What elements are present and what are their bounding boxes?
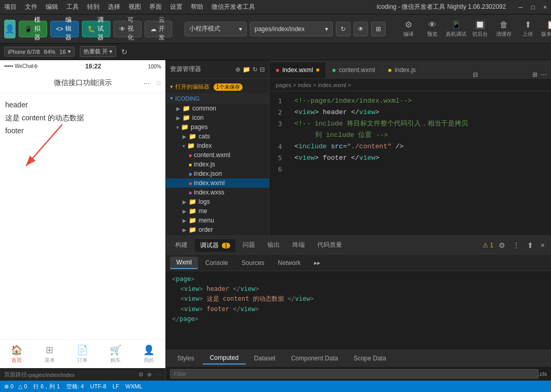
hotreload-chevron-icon: ▾ — [109, 48, 112, 54]
file-index-json[interactable]: ■ index.json — [166, 169, 269, 178]
avatar[interactable]: 👤 — [4, 20, 16, 38]
version-management-button[interactable]: 📋 版本管理 — [541, 19, 551, 39]
folder-pages[interactable]: ▾ 📁 pages — [166, 122, 269, 132]
refresh-button[interactable]: ↻ — [336, 22, 350, 36]
eye-button[interactable]: 👁 — [354, 22, 368, 36]
dataset-tab-label: Dataset — [254, 355, 275, 362]
phone-nav-menu[interactable]: ⊞ 菜单 — [33, 340, 66, 368]
folder-menu[interactable]: ▶ 📁 menu — [166, 216, 269, 225]
network-sub-tab[interactable]: Network — [272, 257, 307, 269]
menu-item-help[interactable]: 帮助 — [191, 3, 203, 11]
menu-item-edit[interactable]: 编辑 — [46, 3, 58, 11]
debugger-tab-issues[interactable]: 问题 — [237, 239, 260, 251]
visualize-tab[interactable]: 👁 可视化 — [114, 21, 141, 37]
folder-order[interactable]: ▶ 📁 order — [166, 225, 269, 234]
folder-icon-tree[interactable]: ▶ 📁 icon — [166, 113, 269, 122]
menu-item-file[interactable]: 文件 — [25, 3, 37, 11]
console-sub-tab[interactable]: Console — [199, 257, 234, 269]
preview-button[interactable]: 👁 预览 — [422, 19, 443, 39]
code-lines[interactable]: <!--pages/index/index.wxml--> <view> hea… — [290, 91, 551, 235]
debugger-tab-quality[interactable]: 代码质量 — [312, 239, 347, 251]
content-wxml-label: content.wxml — [194, 151, 230, 159]
phone-nav-orders[interactable]: 📄 订单 — [66, 340, 100, 368]
debugger-tab-output[interactable]: 输出 — [262, 239, 285, 251]
clear-cache-button[interactable]: 🗑 清缓存 — [493, 19, 514, 39]
breadcrumb-eye-icon[interactable]: 👁 — [147, 372, 152, 378]
file-content-wxml[interactable]: ■ content.wxml — [166, 150, 269, 160]
path-selector[interactable]: pages/index/index ▾ — [250, 22, 333, 36]
compile-button[interactable]: ⚙ 编译 — [398, 19, 419, 39]
dataset-tab[interactable]: Dataset — [247, 353, 282, 364]
wxml-sub-tab[interactable]: Wxml — [170, 257, 198, 269]
debugger-settings-button[interactable]: ⚙ — [497, 240, 507, 250]
debugger-close-button[interactable]: × — [539, 240, 547, 250]
debugger-tab-build[interactable]: 构建 — [170, 239, 193, 251]
folder-me[interactable]: ▶ 📁 me — [166, 206, 269, 216]
computed-tab[interactable]: Computed — [203, 352, 246, 365]
editor-tab-more[interactable]: ⊟ — [469, 71, 482, 78]
more-sub-tabs[interactable]: ▸▸ — [308, 257, 327, 269]
editor-tab-index-js[interactable]: ■ index.js — [382, 62, 422, 78]
editor-tab-index-wxml[interactable]: ■ index.wxml — [270, 62, 326, 78]
simulator-tab[interactable]: 📱 模拟器 — [19, 21, 47, 37]
breadcrumb-more-icon[interactable]: ⋯ — [156, 371, 161, 378]
scope-data-tab[interactable]: Scope Data — [346, 353, 393, 364]
file-index-wxss[interactable]: ■ index.wxss — [166, 188, 269, 197]
new-folder-icon[interactable]: 📁 — [243, 66, 250, 73]
file-index-js[interactable]: ■ index.js — [166, 160, 269, 169]
phone-nav-profile[interactable]: 👤 我的 — [132, 340, 165, 368]
editor-more-icon[interactable]: ⋯ — [541, 71, 547, 78]
collapse-tree-icon[interactable]: ⊟ — [260, 66, 265, 73]
hotreload-toggle[interactable]: 热重载 开 ▾ — [80, 46, 116, 57]
cls-button[interactable]: .cls — [539, 371, 547, 377]
editor-split-icon[interactable]: ⊞ — [532, 71, 538, 78]
background-button[interactable]: 🔲 切后台 — [470, 19, 490, 39]
menu-item-view[interactable]: 视图 — [129, 3, 141, 11]
debugger-more-button[interactable]: ⋮ — [511, 240, 522, 250]
phone-nav-home[interactable]: 🏠 首页 — [0, 340, 33, 368]
folder-logs[interactable]: ▶ 📁 logs — [166, 197, 269, 206]
folder-cats[interactable]: ▶ 📁 cats — [166, 132, 269, 141]
menu-item-devtools[interactable]: 微信开发者工具 — [211, 3, 255, 11]
window-close[interactable]: × — [543, 4, 547, 11]
editor-tab[interactable]: <> 编辑器 — [50, 21, 79, 37]
menu-item-project[interactable]: 项目 — [4, 3, 17, 11]
debugger-sub-tabs: Wxml Console Sources Network ▸▸ — [166, 255, 551, 271]
home-icon: 🏠 — [11, 344, 22, 356]
sources-sub-tab[interactable]: Sources — [235, 257, 271, 269]
debugger-tab-debugger[interactable]: 调试器 1 — [195, 239, 235, 252]
file-index-wxml[interactable]: ■ index.wxml — [166, 178, 269, 188]
debugger-tab[interactable]: 🐛 调试器 — [82, 21, 110, 37]
qr-button[interactable]: ⊞ — [371, 22, 386, 36]
breadcrumb-gear-icon[interactable]: ⚙ — [138, 371, 144, 378]
page-refresh-button[interactable]: ↻ — [121, 48, 128, 56]
upload-button[interactable]: ⬆ 上传 — [517, 19, 538, 39]
folder-common[interactable]: ▶ 📁 common — [166, 104, 269, 113]
window-maximize[interactable]: □ — [531, 4, 535, 11]
cloud-tab[interactable]: ☁ 云开发 — [145, 21, 172, 37]
styles-tab[interactable]: Styles — [170, 353, 202, 364]
real-device-button[interactable]: 📱 真机调试 — [446, 19, 467, 39]
icoding-section-label[interactable]: ▾ ICODING — [166, 93, 269, 104]
debugger-expand-button[interactable]: ⬆ — [525, 240, 535, 250]
debugger-tab-terminal[interactable]: 终端 — [287, 239, 310, 251]
menu-item-settings[interactable]: 设置 — [170, 3, 182, 11]
filter-input[interactable] — [170, 369, 539, 379]
component-data-tab[interactable]: Component Data — [284, 353, 345, 364]
folder-index[interactable]: ▾ 📁 index — [166, 141, 269, 150]
index-json-icon: ■ — [189, 171, 192, 177]
window-minimize[interactable]: ─ — [518, 4, 523, 11]
code-editor[interactable]: 1 2 3 4 5 6 <!--pages/index/index.wxml--… — [270, 91, 551, 235]
phone-nav-cart[interactable]: 🛒 购车 — [99, 340, 132, 368]
miniprogram-mode-selector[interactable]: 小程序模式 ▾ — [185, 22, 247, 36]
open-editors-section[interactable]: ▾ 打开的编辑器 1个未保存 — [166, 81, 269, 93]
menu-item-select[interactable]: 选择 — [108, 3, 120, 11]
cloud-label: 云开发 — [159, 16, 166, 42]
menu-item-goto[interactable]: 转到 — [87, 3, 100, 11]
editor-tab-content-wxml[interactable]: ■ content.wxml — [326, 62, 382, 78]
menu-item-tools[interactable]: 工具 — [66, 3, 79, 11]
new-file-icon[interactable]: ⊕ — [235, 66, 241, 73]
device-selector[interactable]: iPhone 6/7/8 84% 16 ▾ — [4, 47, 75, 57]
refresh-tree-icon[interactable]: ↻ — [252, 66, 258, 73]
menu-item-interface[interactable]: 界面 — [149, 3, 162, 11]
